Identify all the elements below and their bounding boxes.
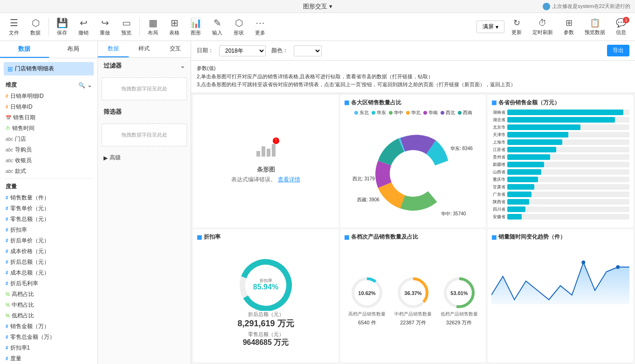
donut-chart-bar-icon: ▦ — [344, 99, 349, 106]
donut-svg: 华东: 8346 西北: 3179 西藏: 3906 华北: 6664 华中: … — [348, 124, 478, 218]
input-button[interactable]: ✎ 输入 — [207, 15, 228, 38]
advanced-section[interactable]: ▶ 高级 — [98, 150, 191, 165]
bar-row: 重庆市 — [491, 177, 629, 183]
layout-label: 布局 — [148, 29, 158, 36]
percent-icon: % — [6, 313, 10, 318]
dimension-fields: #日销单明细ID#日销单ID📅销售日期⏱销售时间abc门店abc导购员abc收银… — [4, 91, 94, 177]
field-label: 销售时间 — [12, 124, 35, 132]
line-chart-title-text: 销量随时间变化趋势（件） — [498, 233, 566, 241]
measure-icon: # — [6, 281, 8, 286]
middle-tab-interact[interactable]: 交互 — [160, 41, 191, 57]
params-button[interactable]: ⊞ 参数 — [559, 16, 579, 38]
meas-field-销售金额（万）[interactable]: #销售金额（万） — [4, 321, 94, 332]
meas-field-折后毛利率[interactable]: #折后毛利率 — [4, 278, 94, 289]
filter-drop-zone[interactable]: 拖拽数据字段至此处 — [102, 77, 187, 100]
dim-field-门店[interactable]: abc门店 — [4, 134, 94, 144]
field-label: 导购员 — [15, 146, 32, 154]
middle-tab-data[interactable]: 数据 — [98, 41, 129, 57]
bar-label: 重庆市 — [491, 177, 505, 183]
meas-field-中档占比[interactable]: %中档占比 — [4, 300, 94, 310]
filter-arrow[interactable]: ⌄ — [180, 62, 185, 69]
expand-icon[interactable]: ⌄ — [87, 82, 92, 89]
page-title-text: 图形交互 — [303, 2, 327, 11]
preview-data-button[interactable]: 📋 预览数据 — [581, 16, 609, 38]
dim-field-导购员[interactable]: abc导购员 — [4, 144, 94, 155]
fullscreen-button[interactable]: 满屏 ▾ — [476, 21, 504, 33]
svg-rect-0 — [256, 151, 260, 157]
meas-field-销售数量（件）[interactable]: #销售数量（件） — [4, 192, 94, 203]
meas-field-成本总额（元）[interactable]: #成本总额（元） — [4, 268, 94, 278]
data-button[interactable]: ⬡ 数据 — [25, 15, 46, 38]
table-item-sales[interactable]: ⊞ 门店销售明细表 — [4, 62, 94, 76]
shape-button[interactable]: ⬡ 形状 — [228, 15, 249, 38]
search-icon[interactable]: 🔍 — [78, 82, 85, 89]
svg-point-24 — [616, 265, 620, 269]
dim-field-日销单ID[interactable]: #日销单ID — [4, 102, 94, 112]
dim-field-收银员[interactable]: abc收银员 — [4, 155, 94, 166]
left-sidebar: 数据 布局 ⊞ 门店销售明细表 维度 🔍 ⌄ #日销单明细ID#日销单ID📅销售… — [0, 41, 98, 364]
meas-field-成本价格（元）[interactable]: #成本价格（元） — [4, 246, 94, 257]
meas-field-度量[interactable]: #度量 — [4, 353, 94, 364]
more-button[interactable]: ⋯ 更多 — [250, 15, 270, 38]
sep2 — [139, 18, 140, 36]
meas-field-零售单价（元）[interactable]: #零售单价（元） — [4, 203, 94, 214]
discount-chart-title-text: 折扣率 — [204, 233, 221, 241]
chart-button[interactable]: 📊 图形 — [186, 15, 206, 38]
svg-text:折扣率: 折扣率 — [260, 278, 272, 283]
refresh-button[interactable]: ↻ 更新 — [506, 16, 527, 38]
undo-button[interactable]: ↩ 撤销 — [73, 15, 94, 38]
dim-field-销售时间[interactable]: ⏱销售时间 — [4, 123, 94, 134]
dim-field-日销单明细ID[interactable]: #日销单明细ID — [4, 91, 94, 102]
dim-field-款式[interactable]: abc款式 — [4, 166, 94, 177]
measure-label: 度量 — [6, 183, 17, 190]
preview-button[interactable]: ▭ 预览 — [116, 15, 137, 38]
layout-button[interactable]: ▦ 布局 — [143, 15, 163, 38]
charts-grid: ! 条形图 表达式编译错误。 查看详情 ▦ 各大区销售数量占比 东北华东华中华北… — [191, 93, 635, 364]
tab-layout[interactable]: 布局 — [49, 41, 98, 58]
bar-track — [507, 139, 629, 145]
redo-button[interactable]: ↪ 重做 — [95, 15, 115, 38]
bar-track — [507, 192, 629, 197]
svg-rect-3 — [272, 144, 276, 157]
meas-field-零售总金额（万）[interactable]: #零售总金额（万） — [4, 332, 94, 343]
date-filter-select[interactable]: 2018年 — [219, 45, 266, 56]
info-button[interactable]: 💬 信息 1 — [611, 16, 631, 38]
save-button[interactable]: 💾 保存 — [52, 15, 72, 38]
table-icon: ⊞ — [7, 65, 13, 73]
user-avatar-icon — [543, 3, 550, 10]
input-icon: ✎ — [214, 17, 221, 28]
screen-drop-zone[interactable]: 拖拽数据字段至此处 — [102, 124, 187, 146]
table-name: 门店销售明细表 — [15, 65, 54, 73]
export-button[interactable]: 导出 — [607, 45, 629, 56]
auto-refresh-button[interactable]: ⏱ 定时刷新 — [529, 16, 557, 38]
bar-track — [507, 110, 629, 115]
filter-header: 过滤器 ⌄ — [98, 58, 191, 74]
measure-icon: # — [6, 324, 8, 329]
bar-track — [507, 177, 629, 182]
discount-retail-value-text: 9648685 万元 — [243, 338, 289, 346]
meas-field-折后单价（元）[interactable]: #折后单价（元） — [4, 235, 94, 246]
file-button[interactable]: ☰ 文件 — [4, 15, 24, 38]
text-icon: abc — [6, 147, 13, 152]
meas-field-折后总额（元）[interactable]: #折后总额（元） — [4, 257, 94, 268]
meas-field-折扣率1[interactable]: #折扣率1 — [4, 343, 94, 353]
legend-dot — [458, 111, 462, 115]
field-label: 零售总金额（万） — [10, 333, 55, 341]
tab-data[interactable]: 数据 — [0, 41, 49, 58]
bar-row: 湖北省 — [491, 117, 629, 123]
color-filter-select[interactable] — [294, 45, 322, 56]
gauge-label: 低档产品销售数量 — [441, 311, 478, 317]
meas-field-高档占比[interactable]: %高档占比 — [4, 289, 94, 300]
dim-field-销售日期[interactable]: 📅销售日期 — [4, 112, 94, 123]
meas-field-折扣率[interactable]: #折扣率 — [4, 225, 94, 235]
advanced-label: 高级 — [110, 154, 121, 162]
middle-tabs: 数据 样式 交互 — [98, 41, 191, 58]
title-dropdown-icon[interactable]: ▾ — [329, 3, 332, 10]
error-detail-link[interactable]: 查看详情 — [278, 176, 300, 183]
meas-field-低档占比[interactable]: %低档占比 — [4, 310, 94, 321]
table-button[interactable]: ⊞ 表格 — [164, 15, 185, 38]
product-gauges-title-text: 各档次产品销售数量及占比 — [351, 233, 418, 241]
left-sidebar-tabs: 数据 布局 — [0, 41, 97, 58]
middle-tab-style[interactable]: 样式 — [129, 41, 159, 57]
meas-field-零售总额（元）[interactable]: #零售总额（元） — [4, 214, 94, 225]
